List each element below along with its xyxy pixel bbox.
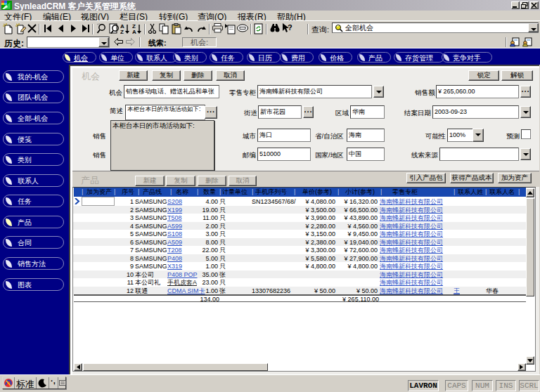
svg-text:?: ? xyxy=(288,23,292,32)
svg-text:A: A xyxy=(132,29,136,34)
svg-text:Z: Z xyxy=(120,29,124,34)
